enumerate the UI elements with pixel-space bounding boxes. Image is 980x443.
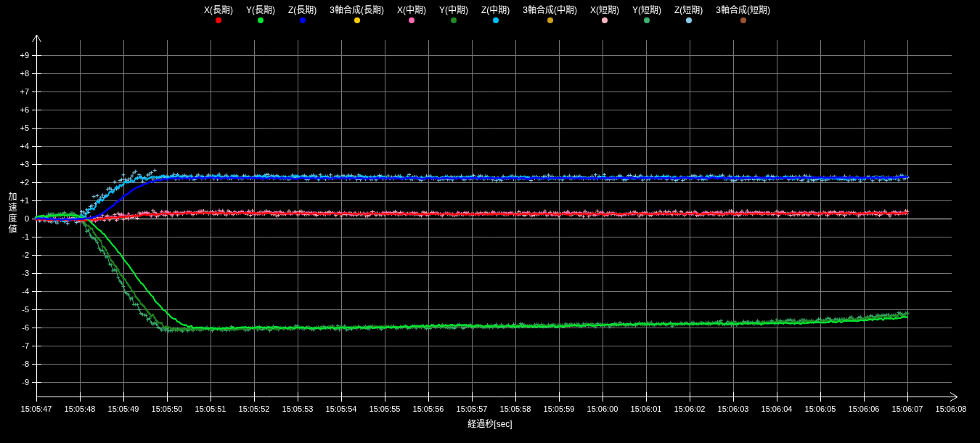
y-tick-label: -7 (0, 341, 29, 351)
legend-item-label: X(中期) (397, 6, 426, 15)
y-tick-label: -6 (0, 322, 29, 333)
legend-color-dot-icon (409, 17, 415, 23)
x-axis-title: 経過秒[sec] (0, 417, 980, 429)
y-tick-label: +2 (0, 177, 29, 187)
y-tick-label: -4 (0, 286, 29, 296)
x-tick-label: 15:06:00 (579, 404, 626, 414)
x-tick-label: 15:06:03 (710, 404, 756, 414)
legend-item: Y(短期) (632, 6, 661, 23)
legend-item-label: 3軸合成(中期) (523, 6, 577, 15)
x-tick-label: 15:05:52 (231, 404, 277, 414)
legend-item-label: Y(中期) (439, 6, 468, 15)
x-tick-label: 15:05:55 (362, 404, 408, 414)
legend-color-dot-icon (644, 17, 650, 23)
x-tick-label: 15:06:05 (797, 404, 844, 414)
x-tick-label: 15:06:06 (841, 404, 887, 414)
legend-item-label: Z(短期) (674, 6, 703, 15)
legend-color-dot-icon (740, 17, 746, 23)
y-tick-label: +3 (0, 159, 29, 169)
legend-item: 3軸合成(長期) (330, 6, 384, 23)
legend-color-dot-icon (451, 17, 457, 23)
legend-item-label: X(長期) (204, 6, 233, 15)
legend-item: X(中期) (397, 6, 426, 23)
legend-item: Z(短期) (674, 6, 703, 23)
legend-item: Y(長期) (246, 6, 275, 23)
x-tick-label: 15:06:07 (884, 404, 931, 414)
y-tick-label: +8 (0, 68, 29, 78)
x-tick-label: 15:05:53 (274, 404, 321, 414)
x-tick-label: 15:05:57 (449, 404, 495, 414)
y-axis-title: 加速度値 (6, 192, 18, 235)
legend-item-label: Y(短期) (632, 6, 661, 15)
legend-color-dot-icon (547, 17, 553, 23)
legend-color-dot-icon (354, 17, 360, 23)
y-tick-label: -3 (0, 268, 29, 278)
legend-item: 3軸合成(中期) (523, 6, 577, 23)
x-tick-label: 15:05:47 (13, 404, 60, 414)
y-tick-label: -2 (0, 250, 29, 260)
x-tick-label: 15:05:56 (405, 404, 452, 414)
legend-item-label: 3軸合成(短期) (716, 6, 770, 15)
plot-canvas (0, 0, 980, 443)
y-tick-label: -9 (0, 377, 29, 387)
x-tick-label: 15:05:51 (187, 404, 234, 414)
legend-item-label: 3軸合成(長期) (330, 6, 384, 15)
x-tick-label: 15:05:48 (57, 404, 103, 414)
x-tick-label: 15:05:54 (318, 404, 364, 414)
y-tick-label: +9 (0, 50, 29, 60)
x-tick-label: 15:06:08 (928, 404, 974, 414)
legend-item-label: Z(長期) (288, 6, 317, 15)
legend-item: 3軸合成(短期) (716, 6, 770, 23)
legend-color-dot-icon (216, 17, 221, 23)
y-tick-label: +4 (0, 141, 29, 151)
acceleration-chart: X(長期) Y(長期) Z(長期) 3軸合成(長期) X(中期) Y(中期) Z… (0, 0, 980, 443)
legend-item-label: X(短期) (590, 6, 619, 15)
legend-item: Z(長期) (288, 6, 317, 23)
legend-color-dot-icon (258, 17, 264, 23)
legend-color-dot-icon (602, 17, 608, 23)
legend-item: X(長期) (204, 6, 233, 23)
y-tick-label: -8 (0, 359, 29, 369)
legend-item-label: Z(中期) (481, 6, 510, 15)
legend-item: Z(中期) (481, 6, 510, 23)
x-tick-label: 15:05:59 (536, 404, 582, 414)
y-tick-label: +7 (0, 86, 29, 97)
x-tick-label: 15:06:04 (754, 404, 800, 414)
x-tick-label: 15:06:02 (666, 404, 713, 414)
legend-color-dot-icon (686, 17, 692, 23)
legend-item: Y(中期) (439, 6, 468, 23)
legend: X(長期) Y(長期) Z(長期) 3軸合成(長期) X(中期) Y(中期) Z… (0, 6, 977, 23)
y-tick-label: -5 (0, 304, 29, 314)
legend-item-label: Y(長期) (246, 6, 275, 15)
x-tick-label: 15:05:58 (492, 404, 539, 414)
x-tick-label: 15:05:49 (100, 404, 147, 414)
legend-color-dot-icon (493, 17, 499, 23)
legend-item: X(短期) (590, 6, 619, 23)
y-tick-label: +5 (0, 123, 29, 133)
x-tick-label: 15:06:01 (623, 404, 669, 414)
legend-color-dot-icon (300, 17, 306, 23)
y-tick-label: +6 (0, 105, 29, 115)
x-tick-label: 15:05:50 (144, 404, 190, 414)
